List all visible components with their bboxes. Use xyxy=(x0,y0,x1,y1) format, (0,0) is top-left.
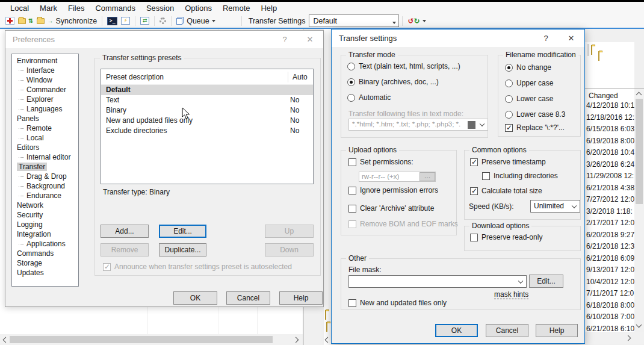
tree-item[interactable]: Security xyxy=(12,210,78,220)
tree-item[interactable]: Environment xyxy=(12,56,78,66)
file-row-changed-cell[interactable]: 6/10/2018 7:00 xyxy=(586,311,634,323)
tree-item[interactable]: Panels xyxy=(12,114,78,123)
radio-option[interactable]: Lower case 8.3 xyxy=(505,110,565,119)
file-row-changed-cell[interactable]: 3/2/2018 1:18: xyxy=(586,206,634,218)
transfer-settings-preset-button[interactable]: ↺↻ xyxy=(406,16,427,26)
column-divider[interactable] xyxy=(288,72,288,82)
radio-option[interactable]: Binary (archives, doc, ...) xyxy=(347,78,460,86)
help-button[interactable]: Help xyxy=(279,291,323,305)
tree-item[interactable]: Explorer xyxy=(12,95,78,104)
tree-item[interactable]: Remote xyxy=(12,123,78,133)
down-button[interactable]: Down xyxy=(265,243,314,256)
file-row-changed-cell[interactable]: 7/27/2012 12:0 xyxy=(586,194,634,206)
menu-item[interactable]: Files xyxy=(63,3,90,13)
close-titlebar-button[interactable]: ✕ xyxy=(300,31,320,48)
edit-button[interactable]: Edit... xyxy=(159,225,206,238)
menu-item[interactable]: Options xyxy=(179,3,217,13)
tree-item[interactable]: Editors xyxy=(12,143,78,152)
horizontal-scrollbar[interactable] xyxy=(0,334,303,345)
tree-item[interactable]: Storage xyxy=(12,258,78,268)
clear-archive-checkbox[interactable]: Clear 'Archive' attribute xyxy=(348,204,434,213)
menu-item[interactable]: Commands xyxy=(90,3,140,13)
menu-item[interactable]: Mark xyxy=(34,3,63,13)
file-row-changed-cell[interactable]: 4/12/2018 10:1 xyxy=(586,100,634,112)
tree-item[interactable]: Applications xyxy=(12,239,78,249)
mask-hints-link[interactable]: mask hints xyxy=(494,290,528,299)
synchronize-browsing-button[interactable]: ⇅ xyxy=(16,17,35,25)
horizontal-scrollbar[interactable] xyxy=(585,332,644,344)
list-header[interactable]: Preset description Auto xyxy=(101,69,313,85)
file-row-changed-cell[interactable]: 6/19/2018 8:00 xyxy=(586,135,634,148)
tree-item[interactable]: Network xyxy=(12,200,78,210)
changed-column-header[interactable]: Changed xyxy=(589,92,618,100)
transfer-settings-combo[interactable]: Default xyxy=(309,14,399,27)
file-row-changed-cell[interactable]: 11/29/2008 12: xyxy=(586,170,634,182)
radio-option[interactable]: Automatic xyxy=(347,93,460,102)
menu-item[interactable]: Help xyxy=(255,3,282,13)
tree-item[interactable]: Drag & Drop xyxy=(12,172,78,181)
cancel-button[interactable]: Cancel xyxy=(486,324,528,337)
replace-chars-checkbox[interactable]: Replace '\:*?'... xyxy=(505,123,565,132)
synchronize-button[interactable]: →Synchronize xyxy=(35,16,99,26)
remove-bom-checkbox[interactable]: Remove BOM and EOF marks xyxy=(348,220,458,228)
add-button[interactable]: Add... xyxy=(101,225,149,238)
refresh-button[interactable]: ⇄ xyxy=(138,16,151,26)
file-row-changed-cell[interactable]: 3/26/2018 6:24 xyxy=(586,159,634,171)
file-row-changed-cell[interactable]: 6/21/2018 6:09 xyxy=(586,253,634,265)
ok-button[interactable]: OK xyxy=(173,291,217,305)
tree-item[interactable]: Endurance xyxy=(12,191,78,200)
open-in-putty-button[interactable]: ⚡ xyxy=(119,16,132,26)
remove-button[interactable]: Remove xyxy=(101,243,149,256)
radio-option[interactable]: Lower case xyxy=(505,95,565,103)
file-row-changed-cell[interactable]: 7/11/2017 12:0 xyxy=(586,288,634,300)
scrollbar-thumb[interactable] xyxy=(10,336,273,343)
column-header-auto[interactable]: Auto xyxy=(293,69,308,85)
file-row-changed-cell[interactable]: 6/20/2018 10:4 xyxy=(586,147,634,159)
preserve-read-only-checkbox[interactable]: Preserve read-only xyxy=(470,233,542,241)
radio-option[interactable]: Upper case xyxy=(505,79,565,87)
calculate-total-size-checkbox[interactable]: Calculate total size xyxy=(470,187,542,195)
file-row-changed-cell[interactable]: 2/17/2017 12:0 xyxy=(586,217,634,229)
file-mask-edit-button[interactable]: Edit... xyxy=(529,275,563,288)
tree-item[interactable]: Integration xyxy=(12,229,78,239)
ignore-permission-errors-checkbox[interactable]: Ignore permission errors xyxy=(348,186,438,194)
file-row-changed-cell[interactable]: 6/20/2018 9:27 xyxy=(586,229,634,241)
preset-row[interactable]: Binary No xyxy=(101,105,313,116)
tree-item[interactable]: Languages xyxy=(12,104,78,114)
new-session-button[interactable] xyxy=(4,16,16,26)
permissions-browse-button[interactable]: ... xyxy=(420,172,435,181)
tree-item[interactable]: Local xyxy=(12,133,78,143)
set-permissions-checkbox[interactable]: Set permissions: xyxy=(348,158,413,166)
preferences-button[interactable] xyxy=(158,16,168,25)
tree-item[interactable]: Updates xyxy=(12,268,78,278)
radio-option[interactable]: No change xyxy=(505,63,565,72)
help-button[interactable]: Help xyxy=(536,324,578,337)
queue-button[interactable]: Queue xyxy=(175,16,217,26)
announce-checkbox[interactable]: Announce when transfer settings preset i… xyxy=(103,263,292,271)
tree-item[interactable]: Commands xyxy=(12,249,78,258)
tree-item[interactable]: Transfer xyxy=(12,162,78,172)
preserve-timestamp-checkbox[interactable]: Preserve timestamp xyxy=(470,158,546,166)
preset-row[interactable]: Text No xyxy=(101,95,313,105)
file-row-changed-cell[interactable]: 6/18/2018 8:00 xyxy=(586,300,634,312)
preset-row[interactable]: Exclude directories No xyxy=(101,126,313,136)
scrollbar-thumb[interactable] xyxy=(636,99,643,204)
new-updated-files-checkbox[interactable]: New and updated files only xyxy=(348,299,447,307)
console-button[interactable]: >_ xyxy=(105,16,119,26)
help-titlebar-button[interactable]: ? xyxy=(275,31,294,48)
tree-item[interactable]: Internal editor xyxy=(12,152,78,162)
speed-combo[interactable]: Unlimited xyxy=(530,200,580,213)
preset-row[interactable]: Default xyxy=(101,85,313,95)
column-header-description[interactable]: Preset description xyxy=(101,73,164,81)
tree-item[interactable]: Commander xyxy=(12,85,78,95)
menu-item[interactable]: Session xyxy=(141,3,179,13)
tree-item[interactable]: Interface xyxy=(12,66,78,75)
tree-item[interactable]: Logging xyxy=(12,220,78,229)
including-directories-checkbox[interactable]: Including directories xyxy=(482,172,558,180)
ok-button[interactable]: OK xyxy=(435,324,478,337)
tree-item[interactable]: Background xyxy=(12,181,78,191)
text-mode-combo[interactable]: *.*html; *.htm; *.txt; *.php; *.php3; *. xyxy=(348,119,488,131)
vertical-scrollbar[interactable] xyxy=(634,89,644,330)
file-row-changed-cell[interactable]: 9/13/2017 12:0 xyxy=(586,264,634,276)
menu-item[interactable]: Local xyxy=(5,3,34,13)
